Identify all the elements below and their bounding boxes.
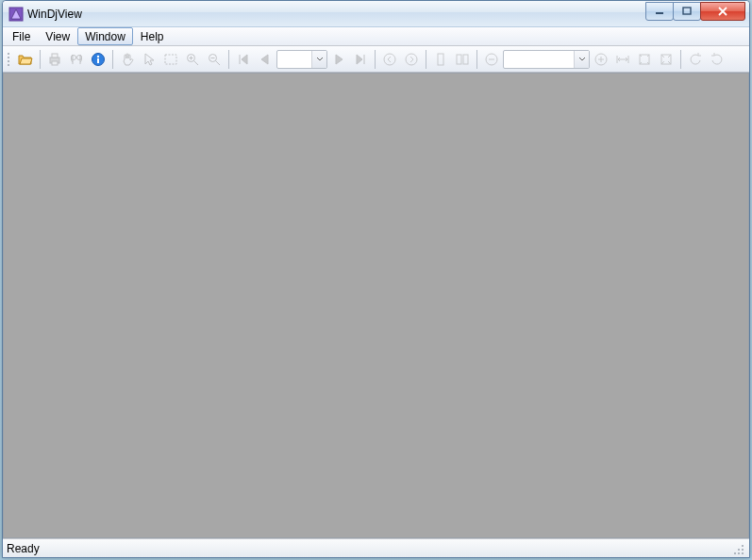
svg-point-6: [72, 55, 76, 59]
rotate-left-button[interactable]: [685, 49, 706, 70]
svg-rect-2: [683, 8, 691, 14]
menu-help[interactable]: Help: [133, 27, 172, 45]
title-bar[interactable]: WinDjView: [3, 1, 749, 27]
menu-view[interactable]: View: [38, 27, 77, 45]
svg-rect-16: [438, 54, 443, 65]
svg-point-7: [77, 55, 82, 59]
info-button[interactable]: [88, 49, 109, 70]
status-bar: Ready: [3, 538, 749, 557]
open-button[interactable]: [15, 49, 36, 70]
app-window: WinDjView File View Window Help: [2, 0, 750, 558]
nav-forward-button[interactable]: [401, 49, 422, 70]
svg-rect-4: [52, 54, 58, 58]
single-page-button[interactable]: [430, 49, 451, 70]
window-title: WinDjView: [27, 8, 82, 21]
hand-tool-button[interactable]: [117, 49, 138, 70]
chevron-down-icon: [311, 51, 326, 68]
print-button[interactable]: [44, 49, 65, 70]
status-text: Ready: [7, 542, 732, 555]
zoom-decrease-button[interactable]: [481, 49, 502, 70]
zoom-in-button[interactable]: [182, 49, 203, 70]
actual-size-button[interactable]: [656, 49, 677, 70]
page-combo[interactable]: [276, 50, 327, 69]
svg-rect-10: [97, 58, 99, 63]
find-button[interactable]: [66, 49, 87, 70]
svg-rect-11: [165, 55, 176, 64]
menu-file[interactable]: File: [5, 27, 38, 45]
fit-page-button[interactable]: [634, 49, 655, 70]
svg-point-28: [742, 552, 744, 554]
svg-point-25: [742, 549, 744, 551]
zoom-out-button[interactable]: [204, 49, 225, 70]
maximize-button[interactable]: [673, 2, 701, 21]
zoom-combo[interactable]: [503, 50, 590, 69]
chevron-down-icon: [574, 51, 589, 68]
rotate-right-button[interactable]: [707, 49, 727, 70]
minimize-button[interactable]: [645, 2, 674, 21]
svg-rect-17: [457, 55, 461, 64]
toolbar: [3, 46, 749, 73]
menu-bar: File View Window Help: [3, 27, 749, 46]
marquee-tool-button[interactable]: [160, 49, 181, 70]
resize-grip[interactable]: [732, 543, 745, 556]
app-icon: [8, 7, 24, 22]
select-tool-button[interactable]: [139, 49, 159, 70]
next-page-button[interactable]: [328, 49, 349, 70]
nav-back-button[interactable]: [379, 49, 400, 70]
svg-point-23: [742, 545, 744, 547]
svg-rect-18: [463, 55, 468, 64]
toolbar-grip[interactable]: [7, 50, 12, 69]
last-page-button[interactable]: [350, 49, 371, 70]
svg-point-15: [406, 54, 417, 65]
document-area: [3, 73, 749, 538]
svg-rect-1: [656, 12, 663, 14]
zoom-increase-button[interactable]: [591, 49, 611, 70]
svg-point-27: [738, 552, 740, 554]
facing-pages-button[interactable]: [452, 49, 473, 70]
svg-point-26: [734, 552, 736, 554]
first-page-button[interactable]: [233, 49, 254, 70]
fit-width-button[interactable]: [612, 49, 633, 70]
svg-rect-5: [52, 61, 58, 65]
svg-point-24: [738, 549, 740, 551]
prev-page-button[interactable]: [255, 49, 276, 70]
svg-point-14: [384, 54, 395, 65]
window-controls: [646, 2, 745, 21]
close-button[interactable]: [700, 2, 745, 21]
svg-point-9: [97, 55, 99, 57]
menu-window[interactable]: Window: [77, 27, 133, 45]
